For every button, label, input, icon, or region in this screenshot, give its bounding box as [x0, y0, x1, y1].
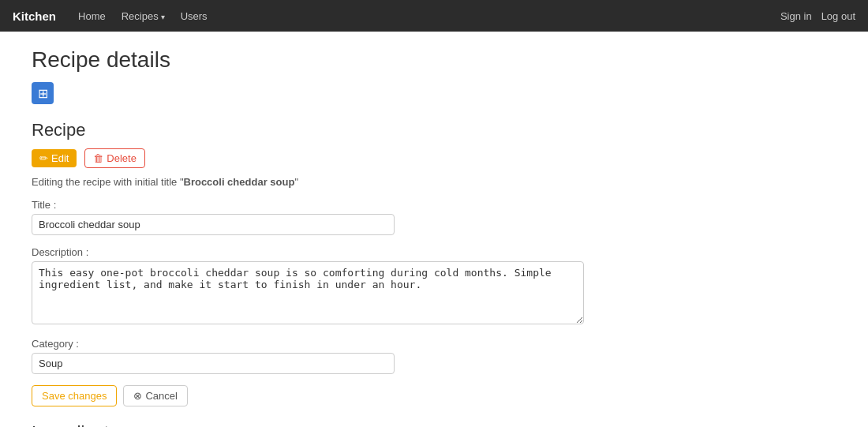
- recipe-section: Recipe ✏ Edit 🗑 Delete Editing the recip…: [32, 120, 726, 406]
- log-out-link[interactable]: Log out: [821, 10, 855, 22]
- main-content: Recipe details ⊞ Recipe ✏ Edit 🗑 Delete …: [0, 32, 758, 427]
- navbar-home-link[interactable]: Home: [72, 7, 112, 25]
- category-input[interactable]: [32, 353, 395, 374]
- title-label: Title :: [32, 199, 726, 211]
- category-label: Category :: [32, 338, 726, 350]
- category-field-group: Category :: [32, 338, 726, 374]
- title-input[interactable]: [32, 214, 395, 235]
- ingredients-section-title: Ingredients: [32, 422, 726, 427]
- save-changes-button[interactable]: Save changes: [32, 385, 117, 406]
- cancel-button[interactable]: ⊗ Cancel: [123, 385, 187, 406]
- delete-button[interactable]: 🗑 Delete: [84, 148, 145, 168]
- chevron-down-icon: [161, 10, 165, 22]
- page-title: Recipe details: [32, 47, 726, 73]
- navbar-brand: Kitchen: [13, 9, 56, 23]
- title-field-group: Title :: [32, 199, 726, 235]
- navbar-links: Home Recipes Users: [72, 7, 780, 25]
- description-field-group: Description : This easy one-pot broccoli…: [32, 246, 726, 327]
- sign-in-link[interactable]: Sign in: [780, 10, 812, 22]
- navbar-right: Sign in Log out: [780, 10, 855, 22]
- expand-icon: ⊞: [38, 86, 48, 101]
- trash-icon: 🗑: [93, 152, 103, 164]
- navbar-recipes-link[interactable]: Recipes: [115, 7, 171, 25]
- form-actions: Save changes ⊗ Cancel: [32, 385, 726, 406]
- description-label: Description :: [32, 246, 726, 258]
- edit-button[interactable]: ✏ Edit: [32, 149, 77, 167]
- recipe-title-bold: Broccoli cheddar soup: [184, 176, 295, 188]
- pencil-icon: ✏: [39, 152, 48, 164]
- edit-notice: Editing the recipe with initial title "B…: [32, 176, 726, 188]
- navbar-users-link[interactable]: Users: [174, 7, 214, 25]
- circle-x-icon: ⊗: [133, 390, 142, 402]
- recipe-action-buttons: ✏ Edit 🗑 Delete: [32, 148, 726, 168]
- expand-button[interactable]: ⊞: [32, 82, 54, 104]
- recipe-section-title: Recipe: [32, 120, 726, 140]
- navbar: Kitchen Home Recipes Users Sign in Log o…: [0, 0, 868, 32]
- ingredients-section: Ingredients + Add Name Quantity Edit Rem…: [32, 422, 726, 427]
- description-textarea[interactable]: This easy one-pot broccoli cheddar soup …: [32, 261, 584, 324]
